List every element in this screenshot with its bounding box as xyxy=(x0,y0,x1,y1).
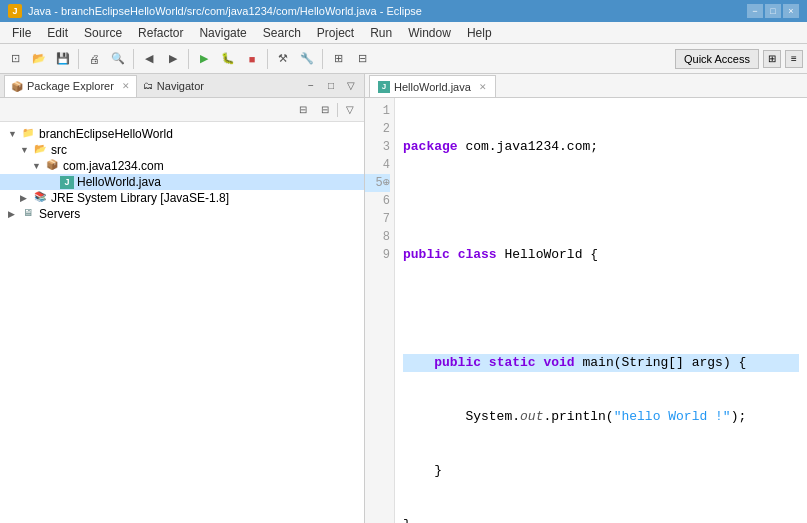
tree-item-package[interactable]: ▼ 📦 com.java1234.com xyxy=(0,158,364,174)
toolbar-open[interactable]: 📂 xyxy=(28,48,50,70)
sidebar-separator xyxy=(337,103,338,117)
menu-file[interactable]: File xyxy=(4,22,39,43)
servers-icon: 🖥 xyxy=(20,207,36,221)
menu-bar: File Edit Source Refactor Navigate Searc… xyxy=(0,22,807,44)
menu-search[interactable]: Search xyxy=(255,22,309,43)
menu-source[interactable]: Source xyxy=(76,22,130,43)
tree-item-jre[interactable]: ▶ 📚 JRE System Library [JavaSE-1.8] xyxy=(0,190,364,206)
right-panel: J HelloWorld.java ✕ 1 2 3 4 5⊕ 6 7 8 9 xyxy=(365,74,807,523)
title-bar: J Java - branchEclipseHelloWorld/src/com… xyxy=(0,0,807,22)
code-line-1: package com.java1234.com; xyxy=(403,138,799,156)
toolbar-save[interactable]: 💾 xyxy=(52,48,74,70)
toolbar-search[interactable]: 🔍 xyxy=(107,48,129,70)
close-button[interactable]: × xyxy=(783,4,799,18)
tab-navigator[interactable]: 🗂 Navigator xyxy=(137,75,210,97)
sidebar-content: ▼ 📁 branchEclipseHelloWorld ▼ 📂 src ▼ 📦 … xyxy=(0,122,364,523)
toolbar-perspective[interactable]: ⊞ xyxy=(327,48,349,70)
quick-access-button[interactable]: Quick Access xyxy=(675,49,759,69)
tree-item-servers[interactable]: ▶ 🖥 Servers xyxy=(0,206,364,222)
toolbar-debug[interactable]: 🐛 xyxy=(217,48,239,70)
toolbar-build[interactable]: ⚒ xyxy=(272,48,294,70)
link-editor-btn[interactable]: ⊟ xyxy=(315,101,335,119)
tree-item-project[interactable]: ▼ 📁 branchEclipseHelloWorld xyxy=(0,126,364,142)
editor-content[interactable]: 1 2 3 4 5⊕ 6 7 8 9 package com.java1234.… xyxy=(365,98,807,523)
code-line-8: } xyxy=(403,516,799,523)
package-arrow: ▼ xyxy=(32,161,44,171)
menu-run[interactable]: Run xyxy=(362,22,400,43)
toolbar-clean[interactable]: 🔧 xyxy=(296,48,318,70)
separator-2 xyxy=(133,49,134,69)
editor-tab-icon: J xyxy=(378,81,390,93)
tree-item-src[interactable]: ▼ 📂 src xyxy=(0,142,364,158)
code-line-4 xyxy=(403,300,799,318)
toolbar-new[interactable]: ⊡ xyxy=(4,48,26,70)
sidebar: 📦 Package Explorer ✕ 🗂 Navigator − □ ▽ ⊟… xyxy=(0,74,365,523)
sidebar-header: 📦 Package Explorer ✕ 🗂 Navigator − □ ▽ xyxy=(0,74,364,98)
package-explorer-icon: 📦 xyxy=(11,81,23,92)
java-file-icon: J xyxy=(60,176,74,189)
separator-3 xyxy=(188,49,189,69)
menu-edit[interactable]: Edit xyxy=(39,22,76,43)
tab-package-explorer[interactable]: 📦 Package Explorer ✕ xyxy=(4,75,137,97)
code-line-6: System.out.println("hello World !"); xyxy=(403,408,799,426)
code-line-5: public static void main(String[] args) { xyxy=(403,354,799,372)
sidebar-toolbar: ⊟ ⊟ ▽ xyxy=(0,98,364,122)
editor-tabs: J HelloWorld.java ✕ xyxy=(365,74,807,98)
jre-label: JRE System Library [JavaSE-1.8] xyxy=(51,191,229,205)
toolbar-print[interactable]: 🖨 xyxy=(83,48,105,70)
src-icon: 📂 xyxy=(32,143,48,157)
tab-package-explorer-label: Package Explorer xyxy=(27,80,114,92)
editor-tab-close[interactable]: ✕ xyxy=(479,82,487,92)
package-label: com.java1234.com xyxy=(63,159,164,173)
view-menu-btn[interactable]: ▽ xyxy=(342,77,360,95)
separator-5 xyxy=(322,49,323,69)
tree-item-file[interactable]: J HelloWorld.java xyxy=(0,174,364,190)
separator-4 xyxy=(267,49,268,69)
editor-tab-label: HelloWorld.java xyxy=(394,81,471,93)
maximize-sidebar-btn[interactable]: □ xyxy=(322,77,340,95)
tab-close-icon[interactable]: ✕ xyxy=(122,81,130,91)
view-options-btn[interactable]: ▽ xyxy=(340,101,360,119)
perspective-button[interactable]: ≡ xyxy=(785,50,803,68)
jre-arrow: ▶ xyxy=(20,193,32,203)
editor-area: J HelloWorld.java ✕ 1 2 3 4 5⊕ 6 7 8 9 xyxy=(365,74,807,523)
toolbar-run[interactable]: ▶ xyxy=(193,48,215,70)
app-icon: J xyxy=(8,4,22,18)
tab-navigator-label: Navigator xyxy=(157,80,204,92)
main-area: 📦 Package Explorer ✕ 🗂 Navigator − □ ▽ ⊟… xyxy=(0,74,807,523)
toolbar-right: Quick Access ⊞ ≡ xyxy=(675,49,803,69)
toolbar-stop[interactable]: ■ xyxy=(241,48,263,70)
layout-button[interactable]: ⊞ xyxy=(763,50,781,68)
menu-project[interactable]: Project xyxy=(309,22,362,43)
toolbar-next[interactable]: ▶ xyxy=(162,48,184,70)
src-label: src xyxy=(51,143,67,157)
window-controls[interactable]: − □ × xyxy=(747,4,799,18)
maximize-button[interactable]: □ xyxy=(765,4,781,18)
code-line-2 xyxy=(403,192,799,210)
minimize-button[interactable]: − xyxy=(747,4,763,18)
separator-1 xyxy=(78,49,79,69)
menu-navigate[interactable]: Navigate xyxy=(191,22,254,43)
servers-label: Servers xyxy=(39,207,80,221)
file-label: HelloWorld.java xyxy=(77,175,161,189)
toolbar-views[interactable]: ⊟ xyxy=(351,48,373,70)
menu-help[interactable]: Help xyxy=(459,22,500,43)
project-icon: 📁 xyxy=(20,127,36,141)
menu-window[interactable]: Window xyxy=(400,22,459,43)
jre-icon: 📚 xyxy=(32,191,48,205)
line-numbers: 1 2 3 4 5⊕ 6 7 8 9 xyxy=(365,98,395,523)
toolbar-prev[interactable]: ◀ xyxy=(138,48,160,70)
main-toolbar: ⊡ 📂 💾 🖨 🔍 ◀ ▶ ▶ 🐛 ■ ⚒ 🔧 ⊞ ⊟ Quick Access… xyxy=(0,44,807,74)
project-label: branchEclipseHelloWorld xyxy=(39,127,173,141)
editor-tab-helloworld[interactable]: J HelloWorld.java ✕ xyxy=(369,75,496,97)
navigator-icon: 🗂 xyxy=(143,80,153,91)
project-arrow: ▼ xyxy=(8,129,20,139)
code-editor[interactable]: package com.java1234.com; public class H… xyxy=(395,98,807,523)
minimize-sidebar-btn[interactable]: − xyxy=(302,77,320,95)
code-line-7: } xyxy=(403,462,799,480)
src-arrow: ▼ xyxy=(20,145,32,155)
sidebar-header-controls: − □ ▽ xyxy=(302,77,360,95)
menu-refactor[interactable]: Refactor xyxy=(130,22,191,43)
collapse-all-btn[interactable]: ⊟ xyxy=(293,101,313,119)
title-text: Java - branchEclipseHelloWorld/src/com/j… xyxy=(28,5,747,17)
